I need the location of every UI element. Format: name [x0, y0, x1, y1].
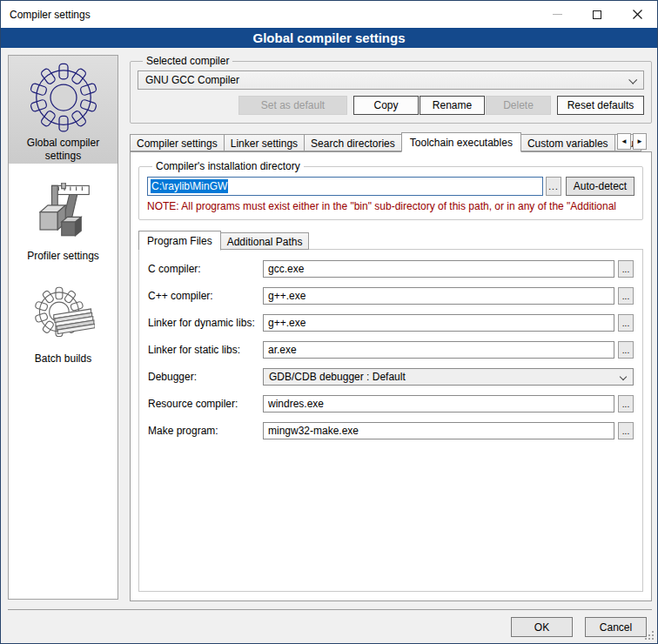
sidebar-item-label: Profiler settings	[22, 250, 104, 263]
tab-custom-variables[interactable]: Custom variables	[520, 134, 615, 151]
field-label: Debugger:	[148, 371, 263, 383]
chevron-down-icon	[628, 76, 637, 84]
settings-category-list: Global compiler settings Profiler settin…	[8, 55, 118, 600]
delete-button: Delete	[486, 96, 551, 115]
installation-directory-group: Compiler's installation directory C:\ray…	[138, 160, 643, 220]
maximize-button[interactable]	[577, 1, 617, 28]
bin-subdirectory-note: NOTE: All programs must exist either in …	[147, 200, 634, 212]
titlebar[interactable]: Compiler settings	[1, 1, 657, 28]
selected-compiler-group: Selected compiler GNU GCC Compiler Set a…	[130, 55, 652, 124]
minimize-button[interactable]	[537, 1, 577, 28]
field-row: Linker for dynamic libs:...	[148, 314, 634, 332]
sidebar-item-profiler-settings[interactable]: Profiler settings	[9, 176, 118, 266]
subtab-program-files[interactable]: Program Files	[138, 231, 221, 251]
field-label: C compiler:	[148, 263, 263, 275]
debugger-select-value: GDB/CDB debugger : Default	[269, 371, 406, 383]
tab-linker-settings[interactable]: Linker settings	[224, 134, 305, 151]
auto-detect-button[interactable]: Auto-detect	[566, 177, 634, 196]
c-compiler-input[interactable]	[263, 287, 614, 305]
field-row: Resource compiler:...	[148, 395, 634, 413]
selected-compiler-label: Selected compiler	[143, 55, 232, 67]
installation-directory-input[interactable]: C:\raylib\MinGW	[147, 177, 543, 196]
browse-button[interactable]: ...	[618, 287, 634, 305]
linker-for-dynamic-libs-input[interactable]	[263, 314, 614, 332]
sidebar-item-global-compiler-settings[interactable]: Global compiler settings	[9, 56, 118, 164]
browse-button[interactable]: ...	[618, 341, 634, 359]
field-row: Make program:...	[148, 422, 634, 439]
gear-blue-icon	[29, 63, 98, 132]
browse-button[interactable]: ...	[618, 395, 634, 413]
toolchain-executables-page: Compiler's installation directory C:\ray…	[130, 151, 652, 601]
linker-for-static-libs-input[interactable]	[263, 341, 614, 359]
browse-button[interactable]: ...	[618, 422, 634, 439]
page-title: Global compiler settings	[1, 28, 657, 48]
browse-directory-button[interactable]: ...	[546, 177, 561, 196]
tab-scroll-left-button[interactable]: ◄	[617, 133, 631, 150]
tab-compiler-settings[interactable]: Compiler settings	[130, 134, 225, 151]
tab-toolchain-executables[interactable]: Toolchain executables	[401, 132, 521, 152]
tab-search-directories[interactable]: Search directories	[304, 134, 402, 151]
field-row: Debugger:GDB/CDB debugger : Default	[148, 368, 634, 386]
close-icon	[633, 10, 642, 19]
reset-defaults-button[interactable]: Reset defaults	[557, 96, 644, 115]
ok-button[interactable]: OK	[511, 617, 573, 637]
program-files-panel: C compiler:...C++ compiler:...Linker for…	[138, 249, 643, 592]
field-row: C++ compiler:...	[148, 287, 634, 305]
field-label: Linker for static libs:	[148, 344, 263, 356]
compiler-select-value: GNU GCC Compiler	[145, 74, 239, 86]
field-label: Resource compiler:	[148, 398, 263, 410]
footer-divider	[8, 609, 652, 610]
field-row: Linker for static libs:...	[148, 341, 634, 359]
sidebar-item-label: Global compiler settings	[9, 137, 118, 163]
field-label: Make program:	[148, 425, 263, 437]
compiler-button-row: Set as defaultCopyRenameDeleteReset defa…	[138, 96, 644, 115]
field-label: Linker for dynamic libs:	[148, 317, 263, 329]
installation-directory-value: C:\raylib\MinGW	[151, 179, 228, 193]
set-as-default-button: Set as default	[238, 96, 347, 115]
minimize-icon	[553, 14, 562, 15]
browse-button[interactable]: ...	[618, 260, 634, 278]
profiler-caliper-icon	[32, 183, 95, 245]
cancel-button[interactable]: Cancel	[585, 617, 647, 637]
installation-directory-label: Compiler's installation directory	[152, 160, 304, 172]
window-title: Compiler settings	[1, 9, 91, 21]
program-files-tabstrip: Program FilesAdditional Paths	[138, 230, 643, 250]
close-button[interactable]	[617, 1, 657, 28]
field-row: C compiler:...	[148, 260, 634, 278]
tab-scroll-right-button[interactable]: ►	[633, 133, 647, 150]
c-compiler-input[interactable]	[263, 260, 614, 278]
resource-compiler-input[interactable]	[263, 395, 614, 413]
batch-builds-icon	[32, 285, 95, 348]
sidebar-item-label: Batch builds	[30, 352, 97, 366]
resize-grip[interactable]	[652, 638, 654, 640]
debugger-select[interactable]: GDB/CDB debugger : Default	[263, 368, 634, 386]
field-label: C++ compiler:	[148, 290, 263, 302]
chevron-down-icon	[620, 373, 627, 380]
subtab-additional-paths[interactable]: Additional Paths	[220, 232, 310, 250]
make-program-input[interactable]	[263, 422, 614, 439]
rename-button[interactable]: Rename	[420, 96, 485, 115]
compiler-select[interactable]: GNU GCC Compiler	[138, 70, 644, 90]
browse-button[interactable]: ...	[618, 314, 634, 332]
maximize-icon	[593, 10, 601, 19]
main-content: Selected compiler GNU GCC Compiler Set a…	[130, 55, 652, 601]
settings-tabstrip: Compiler settingsLinker settingsSearch d…	[130, 131, 652, 151]
compiler-settings-dialog: Compiler settings Global compiler settin…	[0, 0, 658, 644]
copy-button[interactable]: Copy	[353, 96, 419, 115]
sidebar-item-batch-builds[interactable]: Batch builds	[9, 278, 118, 369]
